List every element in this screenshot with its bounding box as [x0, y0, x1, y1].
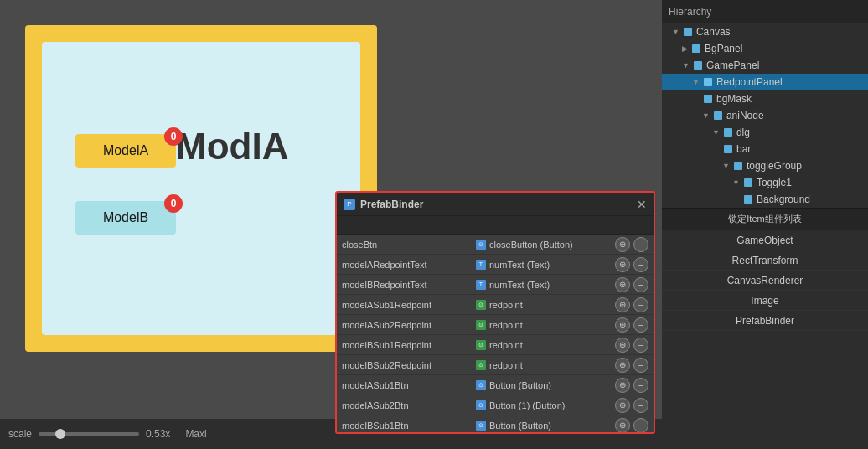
val-icon-modela-text: T — [476, 260, 486, 270]
prefab-actions-modelb-sub1: ⊕ – — [615, 338, 648, 353]
inspector-canvasrenderer[interactable]: CanvasRenderer — [662, 271, 868, 291]
prefab-key-modela-sub1: modelASub1Redpoint — [342, 300, 476, 310]
prefab-val-closebtn: ⊙ closeButton (Button) — [476, 240, 615, 250]
inspector-gameobject[interactable]: GameObject — [662, 230, 868, 250]
hierarchy-toggle1[interactable]: ▼ Toggle1 — [662, 174, 868, 191]
val-icon-modelb-sub1: ⊙ — [476, 340, 486, 350]
hierarchy-aninode[interactable]: ▼ aniNode — [662, 107, 868, 124]
remove-btn-modelb-sub1[interactable]: – — [633, 338, 648, 353]
prefab-row-modela-sub2[interactable]: modelASub2Redpoint ⊙ redpoint ⊕ – — [337, 315, 654, 335]
prefab-val-modelb-text: T numText (Text) — [476, 280, 615, 290]
scale-value: 0.53x — [146, 428, 170, 440]
toggle1-label: Toggle1 — [757, 177, 792, 188]
prefab-val-modela-sub2: ⊙ redpoint — [476, 320, 615, 330]
hierarchy-background[interactable]: Background — [662, 191, 868, 208]
add-btn-modela-sub2[interactable]: ⊕ — [615, 317, 630, 333]
hierarchy-dlg[interactable]: ▼ dlg — [662, 124, 868, 141]
prefab-key-modelb-sub1: modelBSub1Redpoint — [342, 340, 476, 350]
hierarchy-bgmask[interactable]: bgMask — [662, 90, 868, 107]
inspector-image[interactable]: Image — [662, 291, 868, 311]
model-b-badge: 0 — [164, 194, 183, 213]
inspector-prefabbinder[interactable]: PrefabBinder — [662, 311, 868, 331]
hierarchy-togglegroup[interactable]: ▼ toggleGroup — [662, 157, 868, 174]
remove-btn-modela-sub1[interactable]: – — [633, 297, 648, 312]
prefab-remove-closebtn[interactable]: – — [633, 237, 648, 252]
prefab-key-modelb-sub1-btn: modelBSub1Btn — [342, 421, 476, 431]
add-btn-modelb-text[interactable]: ⊕ — [615, 277, 630, 292]
prefab-binder-icon: P — [344, 199, 355, 210]
background-label: Background — [757, 194, 810, 205]
add-btn-modela-text[interactable]: ⊕ — [615, 257, 630, 272]
prefab-close-button[interactable]: ✕ — [637, 198, 647, 211]
val-icon-modela-sub2: ⊙ — [476, 320, 486, 330]
prefab-actions-modela-sub1-btn: ⊕ – — [615, 378, 648, 393]
model-a-button[interactable]: ModelA — [75, 134, 176, 168]
add-btn-modelb-sub2[interactable]: ⊕ — [615, 358, 630, 373]
scale-slider[interactable] — [39, 432, 139, 436]
prefab-binder-title: PrefabBinder — [360, 199, 423, 210]
prefab-val-modelb-sub1: ⊙ redpoint — [476, 340, 615, 350]
prefab-row-modelb-sub1-btn[interactable]: modelBSub1Btn ⊙ Button (Button) ⊕ – — [337, 415, 654, 434]
val-icon-modelb-sub2: ⊙ — [476, 360, 486, 370]
prefab-actions-modela-text: ⊕ – — [615, 257, 648, 272]
modela-large-text: ModIA — [176, 126, 288, 168]
prefab-key-modela-redpoint-text: modelARedpointText — [342, 260, 476, 270]
remove-btn-modela-sub1-btn[interactable]: – — [633, 378, 648, 393]
togglegroup-label: toggleGroup — [747, 160, 802, 172]
remove-btn-modelb-sub2[interactable]: – — [633, 358, 648, 373]
prefab-row-closebtn[interactable]: closeBtn ⊙ closeButton (Button) ⊕ – — [337, 235, 654, 255]
prefab-actions-modela-sub2-btn: ⊕ – — [615, 398, 648, 413]
val-icon-closebtn: ⊙ — [476, 240, 486, 250]
prefab-add-closebtn[interactable]: ⊕ — [615, 237, 630, 252]
prefab-row-modela-sub1[interactable]: modelASub1Redpoint ⊙ redpoint ⊕ – — [337, 295, 654, 315]
hierarchy-bar[interactable]: bar — [662, 141, 868, 157]
prefab-val-modela-sub1: ⊙ redpoint — [476, 300, 615, 310]
prefab-actions-modelb-text: ⊕ – — [615, 277, 648, 292]
prefab-row-modela-redpoint-text[interactable]: modelARedpointText T numText (Text) ⊕ – — [337, 255, 654, 275]
maxi-label: Maxi — [185, 428, 206, 440]
hierarchy-canvas[interactable]: ▼ Canvas — [662, 23, 868, 40]
prefab-search-input[interactable] — [342, 220, 648, 230]
hierarchy-bgpanel[interactable]: ▶ BgPanel — [662, 40, 868, 57]
expand-arrow: ▼ — [672, 28, 679, 36]
model-b-button[interactable]: ModelB — [75, 201, 176, 235]
add-btn-modela-sub2-btn[interactable]: ⊕ — [615, 398, 630, 413]
add-btn-modelb-sub1-btn[interactable]: ⊕ — [615, 418, 630, 433]
bar-label: bar — [736, 143, 751, 155]
remove-btn-modela-sub2-btn[interactable]: – — [633, 398, 648, 413]
prefab-key-modelb-redpoint-text: modelBRedpointText — [342, 280, 476, 290]
prefab-key-modela-sub2-btn: modelASub2Btn — [342, 400, 476, 410]
remove-btn-modelb-text[interactable]: – — [633, 277, 648, 292]
prefab-row-modelb-sub2[interactable]: modelBSub2Redpoint ⊙ redpoint ⊕ – — [337, 355, 654, 375]
dlg-label: dlg — [736, 126, 750, 138]
model-a-wrap: ModelA 0 — [75, 134, 176, 168]
val-icon-modela-sub1-btn: ⊙ — [476, 380, 486, 390]
prefab-actions-modelb-sub1-btn: ⊕ – — [615, 418, 648, 433]
prefab-actions-modela-sub2: ⊕ – — [615, 317, 648, 333]
scale-label: scale — [8, 428, 32, 440]
remove-btn-modelb-sub1-btn[interactable]: – — [633, 418, 648, 433]
model-a-badge: 0 — [164, 127, 183, 146]
bgmask-label: bgMask — [716, 93, 752, 105]
inspector-title: 锁定Item组件列表 — [728, 213, 801, 225]
prefab-val-modela-sub2-btn: ⊙ Button (1) (Button) — [476, 400, 615, 410]
hierarchy-redpointpanel[interactable]: ▼ RedpointPanel — [662, 74, 868, 90]
redpointpanel-label: RedpointPanel — [716, 76, 783, 88]
cube-icon — [682, 26, 694, 38]
prefab-row-modelb-sub1[interactable]: modelBSub1Redpoint ⊙ redpoint ⊕ – — [337, 335, 654, 355]
inspector-list: GameObject RectTransform CanvasRenderer … — [662, 230, 868, 331]
prefab-key-closebtn: closeBtn — [342, 240, 476, 250]
val-icon-modela-sub1: ⊙ — [476, 300, 486, 310]
add-btn-modela-sub1-btn[interactable]: ⊕ — [615, 378, 630, 393]
hierarchy-gamepanel[interactable]: ▼ GamePanel — [662, 57, 868, 74]
game-preview-bg: 红点系统 ModIA ModelA 0 ModelB 0 — [25, 25, 377, 352]
prefab-row-modela-sub2-btn[interactable]: modelASub2Btn ⊙ Button (1) (Button) ⊕ – — [337, 395, 654, 415]
prefab-row-modelb-redpoint-text[interactable]: modelBRedpointText T numText (Text) ⊕ – — [337, 275, 654, 295]
remove-btn-modela-text[interactable]: – — [633, 257, 648, 272]
prefab-row-modela-sub1-btn[interactable]: modelASub1Btn ⊙ Button (Button) ⊕ – — [337, 375, 654, 395]
add-btn-modela-sub1[interactable]: ⊕ — [615, 297, 630, 312]
inspector-recttransform[interactable]: RectTransform — [662, 250, 868, 271]
remove-btn-modela-sub2[interactable]: – — [633, 317, 648, 333]
add-btn-modelb-sub1[interactable]: ⊕ — [615, 338, 630, 353]
prefab-val-modela-text: T numText (Text) — [476, 260, 615, 270]
